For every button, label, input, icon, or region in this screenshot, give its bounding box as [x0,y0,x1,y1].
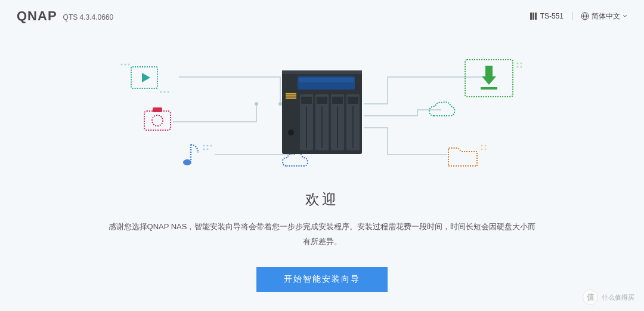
nas-icon [530,12,538,20]
welcome-description: 感谢您选择QNAP NAS，智能安装向导将会带着您一步步完成安装程序。安装过程需… [95,220,549,249]
watermark-label: 什么值得买 [602,293,634,302]
hero-illustration [107,44,537,175]
svg-rect-0 [530,13,532,20]
nas-device-illustration [277,67,367,156]
brand-logo: QNAP [17,8,57,24]
model-text: TS-551 [540,12,564,20]
svg-point-34 [481,149,483,150]
language-text: 简体中文 [592,11,620,21]
svg-point-24 [207,149,209,150]
svg-point-23 [203,149,205,150]
svg-point-21 [207,145,209,147]
folder-icon [441,140,489,173]
header-right: TS-551 简体中文 [530,11,627,21]
model-selector[interactable]: TS-551 [530,12,564,20]
svg-point-20 [203,145,205,147]
svg-point-15 [168,91,169,93]
watermark-icon: 值 [583,290,598,305]
svg-rect-50 [317,97,327,104]
divider [572,12,572,20]
music-note-icon [173,140,215,173]
svg-rect-51 [332,97,343,104]
watermark: 值 什么值得买 [583,290,634,305]
svg-rect-52 [348,97,358,104]
version-label: QTS 4.3.4.0660 [63,13,114,21]
svg-rect-37 [282,70,362,74]
svg-rect-18 [153,107,162,112]
svg-rect-49 [301,97,312,104]
globe-icon [581,12,589,20]
download-icon [459,55,525,103]
svg-rect-26 [485,66,493,76]
svg-point-44 [288,130,294,136]
svg-point-7 [255,102,258,106]
svg-point-19 [183,159,191,165]
camera-icon [136,104,184,140]
svg-rect-2 [535,13,537,20]
welcome-section: 欢迎 感谢您选择QNAP NAS，智能安装向导将会带着您一步步完成安装程序。安装… [0,190,644,292]
svg-point-22 [210,145,212,147]
svg-point-35 [485,149,487,150]
svg-rect-27 [481,87,497,90]
header-bar: QNAP QTS 4.3.4.0660 TS-551 简体中文 [0,0,644,26]
language-selector[interactable]: 简体中文 [581,11,627,21]
start-smart-install-button[interactable]: 开始智能安装向导 [256,267,388,292]
svg-point-28 [517,63,519,64]
svg-point-31 [521,66,522,68]
svg-point-10 [121,64,123,66]
chevron-down-icon [623,14,627,19]
welcome-title: 欢迎 [0,190,644,209]
cloud-icon [423,99,459,123]
svg-point-12 [128,64,130,66]
svg-point-30 [517,66,519,68]
svg-rect-39 [299,78,354,82]
svg-point-11 [125,64,126,66]
media-play-icon [119,62,173,98]
svg-point-32 [481,145,483,147]
svg-point-17 [152,115,163,126]
svg-point-29 [521,63,522,64]
svg-rect-16 [144,111,171,130]
svg-rect-1 [532,13,534,20]
svg-point-33 [485,145,487,147]
svg-point-14 [164,91,166,93]
svg-point-13 [160,91,162,93]
